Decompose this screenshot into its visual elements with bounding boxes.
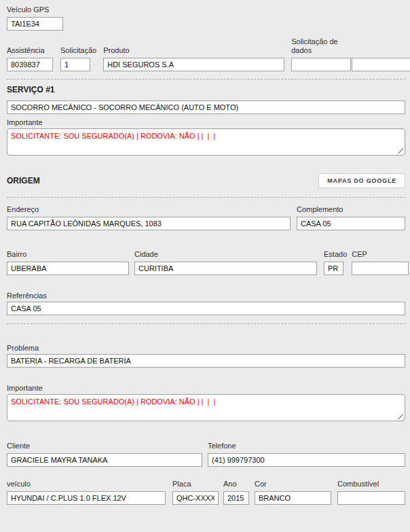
solicitacao-dados-input-2[interactable] <box>352 58 410 71</box>
combustivel-field: Combustível <box>337 480 405 505</box>
estado-input[interactable] <box>324 262 343 275</box>
cor-field: Cor <box>255 480 331 505</box>
complemento-label: Complemento <box>297 205 405 214</box>
veiculo-input[interactable] <box>7 491 166 505</box>
produto-input[interactable] <box>103 58 284 71</box>
placa-field: Placa <box>172 480 219 505</box>
mapas-google-button[interactable]: MAPAS DO GOOGLE <box>318 173 405 188</box>
cor-input[interactable] <box>255 491 331 505</box>
cidade-field: Cidade <box>134 250 317 275</box>
telefone-label: Telefone <box>208 442 405 450</box>
cidade-label: Cidade <box>134 250 317 259</box>
cliente-row: Cliente Telefone <box>7 442 405 467</box>
telefone-input[interactable] <box>208 453 405 467</box>
problema-input[interactable] <box>7 354 405 368</box>
servico-importante-textarea[interactable]: SOLICITANTE: SOU SEGURADO(A) | RODOVIA: … <box>7 128 405 156</box>
telefone-field: Telefone <box>208 442 405 467</box>
veiculo-row: veículo Placa Ano Cor Combustível <box>7 480 405 505</box>
solicitacao-field: Solicitação <box>60 46 96 71</box>
complemento-field: Complemento <box>297 205 405 230</box>
endereco-label: Endereço <box>7 205 291 214</box>
problema-importante-label: Importante <box>7 384 405 392</box>
solicitacao-label: Solicitação <box>60 46 96 55</box>
ano-field: Ano <box>223 480 249 505</box>
bairro-field: Bairro <box>7 250 129 275</box>
bairro-input[interactable] <box>7 262 129 275</box>
assistencia-field: Assistência <box>7 46 53 71</box>
service-form: Veículo GPS Assistência Solicitação Prod… <box>0 0 410 532</box>
servico-importante-wrap: SOLICITANTE: SOU SEGURADO(A) | RODOVIA: … <box>7 128 405 156</box>
solicitacao-dados-inputs <box>291 58 410 71</box>
referencias-input[interactable] <box>7 302 405 315</box>
vehicle-gps-field: Veículo GPS <box>7 5 405 31</box>
problema-importante-wrap: SOLICITANTE: SOU SEGURADO(A) | RODOVIA: … <box>7 394 405 421</box>
solicitacao-input[interactable] <box>60 58 90 71</box>
estado-label: Estado <box>324 250 347 259</box>
problema-label: Problema <box>7 344 405 352</box>
divider <box>7 323 405 324</box>
cliente-label: Cliente <box>7 442 202 450</box>
placa-label: Placa <box>172 480 219 489</box>
servico-section-title: SERVIÇO #1 <box>7 86 405 94</box>
produto-label: Produto <box>103 46 284 55</box>
endereco-input[interactable] <box>7 217 291 230</box>
cor-label: Cor <box>255 480 331 489</box>
bairro-label: Bairro <box>7 250 129 259</box>
assistance-row: Assistência Solicitação Produto Solicita… <box>7 37 405 71</box>
origem-section-title: ORIGEM <box>7 177 40 185</box>
cep-field: CEP <box>352 250 409 275</box>
combustivel-input[interactable] <box>337 491 405 505</box>
divider <box>7 197 405 198</box>
cep-input[interactable] <box>352 262 409 275</box>
placa-input[interactable] <box>172 491 219 505</box>
bairro-row: Bairro Cidade Estado CEP <box>7 250 405 275</box>
cliente-input[interactable] <box>7 453 202 467</box>
endereco-field: Endereço <box>7 205 291 230</box>
vehicle-gps-label: Veículo GPS <box>7 5 405 14</box>
origem-header: ORIGEM MAPAS DO GOOGLE <box>7 173 405 188</box>
servico-importante-label: Importante <box>7 118 405 126</box>
cep-label: CEP <box>352 250 409 259</box>
assistencia-input[interactable] <box>7 58 53 71</box>
vehicle-gps-input[interactable] <box>7 17 63 31</box>
complemento-input[interactable] <box>297 217 405 230</box>
veiculo-label: veículo <box>7 480 166 489</box>
problema-importante-textarea[interactable]: SOLICITANTE: SOU SEGURADO(A) | RODOVIA: … <box>7 394 405 421</box>
ano-input[interactable] <box>223 491 249 505</box>
cidade-input[interactable] <box>134 262 317 275</box>
assistencia-label: Assistência <box>7 46 53 55</box>
solicitacao-dados-input-1[interactable] <box>291 58 351 71</box>
solicitacao-dados-field: Solicitação de dados <box>291 37 410 71</box>
veiculo-field: veículo <box>7 480 166 505</box>
produto-field: Produto <box>103 46 284 71</box>
divider <box>7 79 405 79</box>
cliente-field: Cliente <box>7 442 202 467</box>
estado-field: Estado <box>324 250 347 275</box>
referencias-label: Referências <box>7 291 405 300</box>
combustivel-label: Combustível <box>337 480 405 489</box>
solicitacao-dados-label: Solicitação de dados <box>291 37 352 55</box>
servico-input[interactable] <box>7 101 405 114</box>
endereco-row: Endereço Complemento <box>7 205 405 230</box>
ano-label: Ano <box>223 480 249 489</box>
